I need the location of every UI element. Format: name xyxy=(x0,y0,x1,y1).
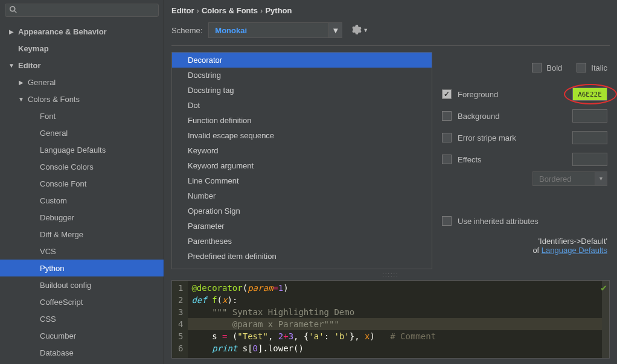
gear-icon xyxy=(352,25,362,36)
attribute-item[interactable]: Keyword argument xyxy=(172,158,432,173)
splitter-handle[interactable]: :::::: xyxy=(164,272,617,278)
tree-item-label: Buildout config xyxy=(40,281,91,290)
background-checkbox[interactable] xyxy=(442,111,452,121)
line-number: 2 xyxy=(178,294,183,306)
tree-item[interactable]: ▶General xyxy=(0,74,164,91)
background-swatch[interactable] xyxy=(572,109,607,123)
tree-item[interactable]: Custom xyxy=(0,192,164,209)
attribute-item[interactable]: Operation Sign xyxy=(172,203,432,219)
tree-item[interactable]: General xyxy=(0,124,164,141)
tree-item-label: Cucumber xyxy=(40,331,76,340)
scheme-select[interactable]: Monokai ▼ xyxy=(208,22,342,38)
attribute-style-panel: Bold Italic Foreground A6E22E Backgrou xyxy=(440,52,610,269)
tree-item-label: Debugger xyxy=(40,213,74,222)
tree-item-label: Console Font xyxy=(40,179,86,188)
error-stripe-checkbox[interactable] xyxy=(442,133,452,142)
attribute-item[interactable]: Predefined item definition xyxy=(172,249,432,264)
tree-item[interactable]: ▼Editor xyxy=(0,57,164,74)
attribute-item[interactable]: Parentheses xyxy=(172,234,432,249)
tree-item[interactable]: ▶Appearance & Behavior xyxy=(0,23,164,40)
attribute-item[interactable]: Number xyxy=(172,188,432,203)
chevron-down-icon[interactable]: ▼ xyxy=(329,22,342,38)
attribute-item[interactable]: Keyword xyxy=(172,143,432,158)
error-stripe-swatch[interactable] xyxy=(572,131,607,144)
tree-item-label: Console Colors xyxy=(40,162,94,171)
inherited-checkbox[interactable] xyxy=(442,216,452,226)
tree-item[interactable]: Diff & Merge xyxy=(0,226,164,243)
tree-item-label: Keymap xyxy=(18,44,49,53)
chevron-right-icon: ▶ xyxy=(17,79,25,86)
tree-item-label: General xyxy=(40,129,68,138)
language-defaults-link[interactable]: Language Defaults xyxy=(542,246,607,255)
effects-label: Effects xyxy=(458,155,482,164)
tree-item-label: Editor xyxy=(18,61,41,70)
tree-item[interactable]: Database xyxy=(0,344,164,361)
foreground-swatch[interactable]: A6E22E xyxy=(572,88,607,101)
tree-item[interactable]: Buildout config xyxy=(0,276,164,293)
line-number: 5 xyxy=(178,330,183,342)
tree-item[interactable]: Console Colors xyxy=(0,158,164,175)
attribute-list[interactable]: DecoratorDocstringDocstring tagDotFuncti… xyxy=(171,52,432,269)
tree-item[interactable]: VCS xyxy=(0,243,164,260)
search-input[interactable] xyxy=(20,6,155,14)
chevron-right-icon: ▶ xyxy=(7,28,16,35)
tree-item[interactable]: Language Defaults xyxy=(0,141,164,158)
tree-item-label: Diff & Merge xyxy=(40,230,83,239)
inherited-label: Use inherited attributes xyxy=(458,217,539,226)
tree-item-label: Language Defaults xyxy=(40,145,106,155)
line-number: 1 xyxy=(178,282,183,294)
line-number: 4 xyxy=(178,318,183,330)
tree-item-label: Custom xyxy=(40,196,67,205)
scheme-label: Scheme: xyxy=(171,26,202,35)
search-input-wrap[interactable] xyxy=(5,4,159,17)
attribute-item[interactable]: Function definition xyxy=(172,113,432,128)
effects-type-select[interactable]: Bordered xyxy=(532,171,595,186)
tree-item-label: Font xyxy=(40,112,56,121)
attribute-item[interactable]: Dot xyxy=(172,98,432,113)
effects-swatch[interactable] xyxy=(572,153,607,166)
attribute-item[interactable]: Docstring tag xyxy=(172,83,432,98)
attribute-item[interactable]: Decorator xyxy=(172,53,432,68)
attribute-item[interactable]: Docstring xyxy=(172,68,432,83)
attribute-item[interactable]: Line Comment xyxy=(172,173,432,188)
tree-item-label: Appearance & Behavior xyxy=(18,27,107,36)
tree-item-label: Database xyxy=(40,348,74,357)
tree-item-label: General xyxy=(28,78,56,87)
chevron-down-icon[interactable]: ▼ xyxy=(595,171,607,186)
breadcrumb: Editor›Colors & Fonts›Python xyxy=(164,0,617,18)
tree-item[interactable]: CSS xyxy=(0,310,164,327)
gutter: 123456 xyxy=(172,281,188,358)
settings-tree[interactable]: ▶Appearance & BehaviorKeymap▼Editor▶Gene… xyxy=(0,21,164,364)
inherit-info: 'Identifiers->Default' of Language Defau… xyxy=(442,237,607,255)
tree-item-label: Colors & Fonts xyxy=(28,95,80,104)
tree-item[interactable]: CoffeeScript xyxy=(0,293,164,310)
editor-preview: 123456 @decorator(param=1) def f(x): """… xyxy=(171,280,610,359)
tree-item[interactable]: Debugger xyxy=(0,209,164,226)
scheme-settings-button[interactable]: ▼ xyxy=(352,25,368,36)
bold-checkbox[interactable]: Bold xyxy=(532,57,562,78)
tree-item-label: CoffeeScript xyxy=(40,298,83,307)
attribute-item[interactable]: Predefined name xyxy=(172,264,432,269)
foreground-checkbox[interactable] xyxy=(442,89,452,99)
main-panel: Editor›Colors & Fonts›Python Scheme: Mon… xyxy=(164,0,617,364)
inspection-ok-icon[interactable]: ✔ xyxy=(601,282,607,293)
tree-item[interactable]: Console Font xyxy=(0,175,164,192)
chevron-down-icon: ▼ xyxy=(7,62,16,69)
tree-item[interactable]: Keymap xyxy=(0,40,164,57)
chevron-down-icon: ▼ xyxy=(363,27,368,33)
effects-checkbox[interactable] xyxy=(442,155,452,164)
tree-item-label: CSS xyxy=(40,315,56,324)
tree-item-label: Python xyxy=(40,264,64,273)
background-label: Background xyxy=(458,112,499,121)
line-number: 3 xyxy=(178,306,183,318)
attribute-item[interactable]: Invalid escape sequence xyxy=(172,128,432,143)
tree-item[interactable]: Python xyxy=(0,260,164,276)
settings-sidebar: ▶Appearance & BehaviorKeymap▼Editor▶Gene… xyxy=(0,0,164,364)
tree-item[interactable]: ▼Colors & Fonts xyxy=(0,91,164,107)
tree-item-label: VCS xyxy=(40,247,56,256)
tree-item[interactable]: Font xyxy=(0,107,164,124)
search-icon xyxy=(9,5,18,16)
italic-checkbox[interactable]: Italic xyxy=(577,57,607,78)
attribute-item[interactable]: Parameter xyxy=(172,219,432,234)
tree-item[interactable]: Cucumber xyxy=(0,327,164,344)
